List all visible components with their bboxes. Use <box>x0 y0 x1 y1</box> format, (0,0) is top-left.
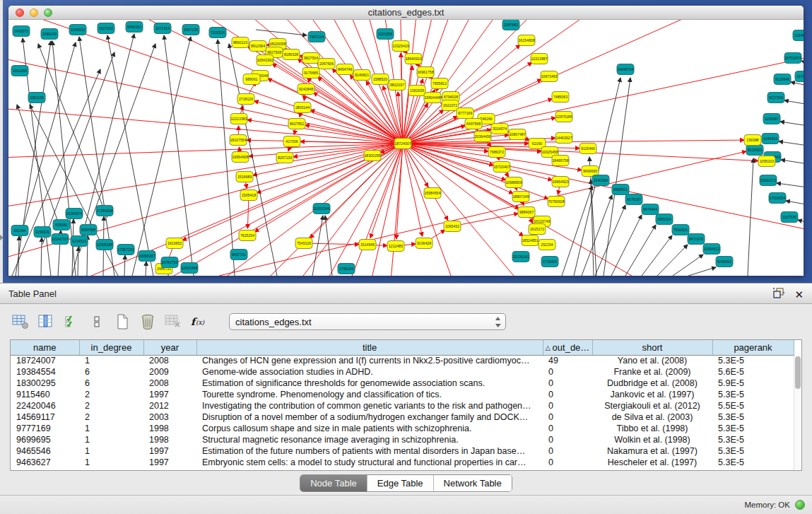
graph-node[interactable]: 10973493 <box>541 71 558 82</box>
graph-node[interactable]: 1921858 <box>377 29 394 40</box>
graph-node[interactable]: 1156829 <box>34 227 51 238</box>
tab-edge-table[interactable]: Edge Table <box>367 475 434 491</box>
panel-collapse-handle[interactable] <box>0 235 4 240</box>
graph-node[interactable]: 13325419 <box>392 41 409 52</box>
table-row[interactable]: 946554611997Estimation of the future num… <box>11 445 794 457</box>
network-canvas[interactable]: 1872400724035722069140106653215276029466… <box>8 20 804 276</box>
graph-node[interactable]: 1066532 <box>69 25 86 35</box>
graph-node[interactable]: 10807487 <box>509 129 526 140</box>
table-row[interactable]: 1938455462009Genome-wide association stu… <box>11 366 794 378</box>
graph-node[interactable]: 18300295 <box>364 151 381 161</box>
graph-node[interactable]: 70756928 <box>548 197 565 207</box>
graph-node[interactable]: 1362635 <box>408 86 425 96</box>
graph-node[interactable]: 2935114 <box>656 214 673 225</box>
graph-node[interactable]: 9115460 <box>579 144 596 154</box>
window-minimize-button[interactable] <box>30 8 38 17</box>
graph-node[interactable]: 19654908 <box>232 152 249 163</box>
graph-node[interactable]: 18807249 <box>512 192 529 202</box>
graph-node[interactable]: 10654112 <box>703 244 720 255</box>
column-header-name[interactable]: name <box>11 340 79 355</box>
column-header-title[interactable]: title <box>196 340 543 355</box>
table-scrollbar[interactable] <box>794 356 801 470</box>
graph-node[interactable]: 12213383 <box>230 114 247 124</box>
graph-node[interactable]: 2803144 <box>294 103 311 113</box>
graph-node[interactable]: 17957233 <box>117 245 134 255</box>
delete-trash-icon[interactable] <box>137 311 158 332</box>
graph-node[interactable]: 7515526 <box>209 28 226 38</box>
table-selector-dropdown[interactable]: citations_edges.txt <box>229 313 506 330</box>
graph-node[interactable]: 15136141 <box>512 252 529 262</box>
graph-node[interactable]: 1527602 <box>98 23 114 34</box>
graph-node[interactable]: 18107554 <box>230 135 247 146</box>
graph-node[interactable]: 9822037 <box>389 80 406 90</box>
graph-node[interactable]: 15720407 <box>493 162 510 173</box>
graph-node[interactable]: 8267130 <box>276 153 293 163</box>
graph-node[interactable]: 8958921 <box>612 185 629 195</box>
graph-node[interactable]: 9097588 <box>80 225 97 235</box>
graph-node[interactable]: 1154808 <box>793 30 804 41</box>
split-rows-icon[interactable] <box>86 311 107 332</box>
graph-node[interactable]: 8427552 <box>288 119 305 129</box>
function-builder-icon[interactable]: f(x) <box>188 311 209 332</box>
window-close-button[interactable] <box>16 8 24 17</box>
graph-node[interactable]: 12975185 <box>555 112 572 122</box>
graph-node[interactable]: 18640910 <box>405 54 422 64</box>
table-mode-icon[interactable] <box>10 311 31 332</box>
table-row[interactable]: 1456911722003Disruption of a novel membe… <box>11 411 794 423</box>
graph-node[interactable]: 9146821 <box>353 70 370 81</box>
column-header-year[interactable]: year <box>143 340 196 355</box>
graph-node[interactable]: 15751074 <box>784 53 801 64</box>
graph-node[interactable]: 1588520 <box>372 74 389 85</box>
graph-node[interactable]: 8454749 <box>336 64 353 75</box>
graph-node[interactable]: 1244419 <box>762 134 779 144</box>
graph-node[interactable]: 7955812 <box>431 78 448 89</box>
graph-node[interactable]: 7957224 <box>308 32 325 42</box>
graph-node[interactable]: 9242848 <box>298 84 314 95</box>
graph-node[interactable]: 1065432 <box>444 221 461 232</box>
float-panel-icon[interactable] <box>773 288 784 301</box>
graph-node[interactable]: 12923468 <box>181 263 198 274</box>
graph-node[interactable]: 12505185 <box>96 240 113 250</box>
row-checks-icon[interactable] <box>61 311 82 332</box>
graph-node[interactable]: 1095103 <box>758 156 775 167</box>
graph-node[interactable]: 2087682 <box>502 20 519 30</box>
graph-node[interactable]: 8860123 <box>232 37 249 48</box>
graph-node[interactable]: 19654923 <box>552 177 569 187</box>
graph-node[interactable]: 16782753 <box>161 257 178 268</box>
new-document-icon[interactable] <box>112 311 133 332</box>
graph-node[interactable]: 1733426 <box>541 257 558 267</box>
table-row[interactable]: 2242004622012Investigating the contribut… <box>11 400 794 411</box>
graph-node[interactable]: 12213987 <box>531 54 548 64</box>
graph-node[interactable]: 2051105 <box>28 93 45 103</box>
graph-node[interactable]: 15892971 <box>760 175 777 186</box>
graph-node[interactable]: 9777169 <box>457 108 473 119</box>
network-window-titlebar[interactable]: citations_edges.txt <box>8 6 804 20</box>
graph-node[interactable]: 1514545 <box>359 240 376 250</box>
graph-node[interactable]: 8471676 <box>688 234 705 245</box>
graph-node[interactable]: 1505418 <box>240 190 257 201</box>
close-panel-icon[interactable]: ✕ <box>794 289 804 300</box>
graph-node[interactable]: 1071919 <box>154 23 171 34</box>
graph-node[interactable]: 9136428 <box>416 238 433 249</box>
graph-node[interactable]: 16958187 <box>139 251 155 262</box>
graph-node[interactable]: 6679197 <box>625 194 642 205</box>
graph-node[interactable]: 14463627 <box>555 133 572 144</box>
graph-node[interactable]: 1667135 <box>182 25 199 35</box>
graph-node[interactable]: 252254 <box>539 240 555 250</box>
graph-node[interactable]: 9466162 <box>126 22 143 33</box>
graph-node[interactable]: 9884067 <box>518 207 535 218</box>
graph-node[interactable]: 7932621 <box>672 225 689 235</box>
graph-node[interactable]: 2718126 <box>237 94 254 105</box>
graph-node[interactable]: 9175685 <box>302 68 319 78</box>
graph-node[interactable]: 1167535 <box>781 212 798 223</box>
table-row[interactable]: 1830029562008Estimation of significance … <box>11 378 794 389</box>
graph-node[interactable]: 16961758 <box>417 67 434 78</box>
graph-node[interactable]: 1973493 <box>795 71 804 82</box>
graph-node[interactable]: 18524851 <box>522 235 539 246</box>
column-header-pagerank[interactable]: pagerank <box>712 340 794 355</box>
window-zoom-button[interactable] <box>44 8 52 17</box>
graph-node[interactable]: 2069140 <box>41 29 58 40</box>
graph-node[interactable]: 17016504 <box>769 193 786 204</box>
graph-node[interactable]: 2061059 <box>11 66 28 76</box>
graph-node[interactable]: 9245652 <box>716 257 733 267</box>
